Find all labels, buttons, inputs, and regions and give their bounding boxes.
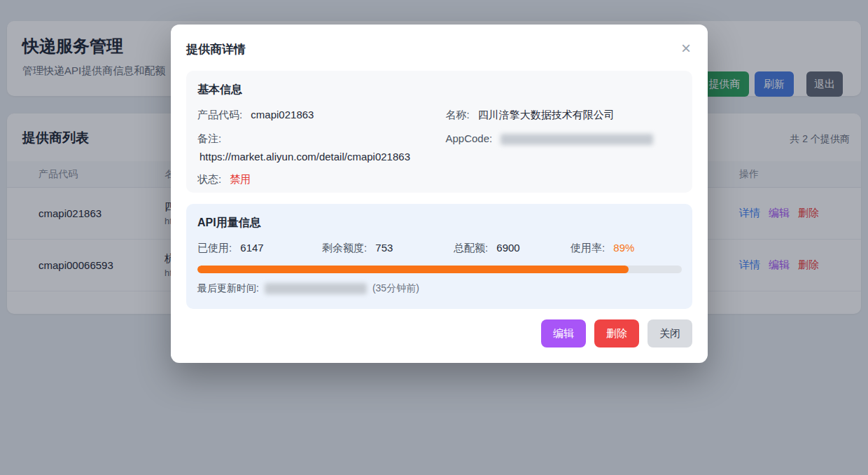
stat-used-label: 已使用: (197, 242, 232, 254)
modal-title: 提供商详情 (186, 41, 692, 57)
modal-edit-button[interactable]: 编辑 (541, 319, 586, 347)
name-label: 名称: (446, 109, 470, 121)
note-label: 备注: (197, 132, 221, 144)
usage-stats-row: 已使用: 6147 剩余额度: 753 总配额: 6900 使用率: 89% (197, 242, 681, 255)
appcode-redacted-value (500, 134, 653, 145)
stat-used-value: 6147 (240, 242, 263, 254)
api-usage-heading: API用量信息 (197, 216, 681, 230)
appcode-label: AppCode: (446, 132, 493, 144)
stat-quota-value: 6900 (496, 242, 519, 254)
name-value: 四川涪擎大数据技术有限公司 (478, 109, 615, 121)
field-product-code: 产品代码: cmapi021863 (197, 109, 433, 122)
stat-remaining: 剩余额度: 753 (322, 242, 454, 255)
close-icon[interactable]: × (681, 40, 691, 57)
basic-info-grid: 产品代码: cmapi021863 名称: 四川涪擎大数据技术有限公司 备注: … (197, 109, 681, 186)
basic-info-section: 基本信息 产品代码: cmapi021863 名称: 四川涪擎大数据技术有限公司… (186, 71, 692, 193)
basic-info-heading: 基本信息 (197, 83, 681, 97)
stat-usage-rate-value: 89% (613, 242, 634, 254)
product-code-value: cmapi021863 (251, 109, 314, 121)
stat-used: 已使用: 6147 (197, 242, 322, 255)
last-updated-redacted-value (265, 283, 367, 294)
stat-usage-rate: 使用率: 89% (570, 242, 681, 255)
stat-remaining-value: 753 (375, 242, 393, 254)
status-value: 禁用 (230, 173, 251, 185)
usage-progress-track (197, 266, 682, 273)
modal-close-button[interactable]: 关闭 (648, 319, 692, 347)
last-updated-label: 最后更新时间: (197, 282, 259, 295)
api-usage-section: API用量信息 已使用: 6147 剩余额度: 753 总配额: 6900 使用… (186, 204, 692, 309)
field-note: 备注: https://market.aliyun.com/detail/cma… (197, 132, 433, 163)
field-name: 名称: 四川涪擎大数据技术有限公司 (446, 109, 682, 122)
stat-remaining-label: 剩余额度: (322, 242, 367, 254)
usage-progress-fill (197, 266, 629, 273)
stat-quota-label: 总配额: (454, 242, 488, 254)
provider-detail-modal: 提供商详情 × 基本信息 产品代码: cmapi021863 名称: 四川涪擎大… (171, 25, 708, 363)
field-status: 状态: 禁用 (197, 173, 433, 186)
note-value: https://market.aliyun.com/detail/cmapi02… (197, 151, 433, 163)
stat-usage-rate-label: 使用率: (570, 242, 605, 254)
modal-delete-button[interactable]: 删除 (594, 319, 639, 347)
product-code-label: 产品代码: (197, 109, 242, 121)
last-updated-ago: (35分钟前) (372, 282, 419, 295)
status-label: 状态: (197, 173, 221, 185)
modal-footer: 编辑 删除 关闭 (186, 319, 692, 347)
stat-quota: 总配额: 6900 (454, 242, 570, 255)
field-appcode: AppCode: (446, 132, 682, 163)
last-updated-row: 最后更新时间: (35分钟前) (197, 282, 681, 295)
